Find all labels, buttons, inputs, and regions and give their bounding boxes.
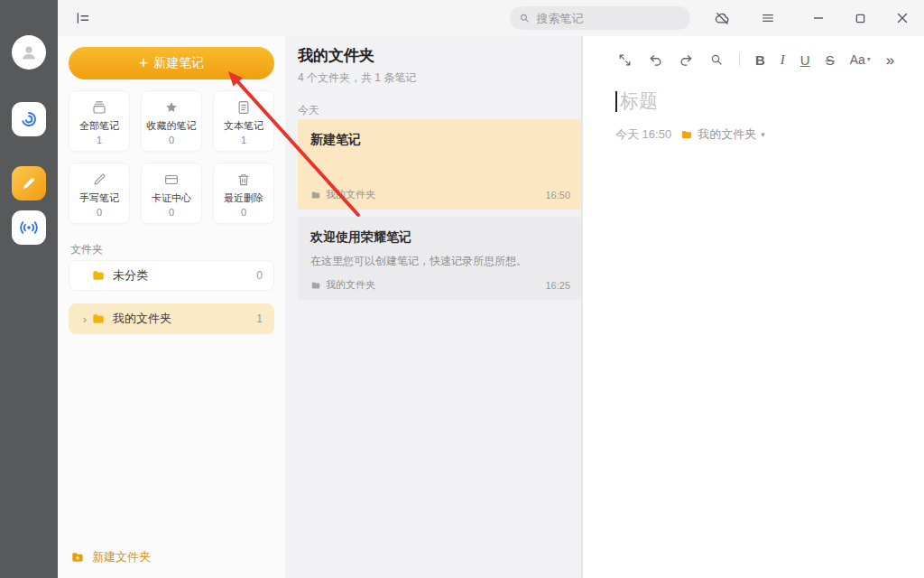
note-folder-badge: 我的文件夹	[310, 188, 375, 201]
folder-label: 未分类	[113, 267, 256, 284]
category-label: 文本笔记	[224, 119, 263, 133]
card-center-icon	[163, 171, 180, 189]
italic-button[interactable]: I	[781, 53, 785, 67]
note-list-panel: 我的文件夹 4 个文件夹，共 1 条笔记 今天 新建笔记 我的文件夹 16:50…	[285, 36, 582, 578]
trash-icon	[236, 171, 252, 189]
note-card[interactable]: 欢迎使用荣耀笔记 在这里您可以创建笔记，快速记录所思所想。 我的文件夹 16:2…	[298, 217, 581, 300]
strikethrough-button[interactable]: S	[826, 53, 835, 67]
chevron-right-icon[interactable]: ›	[79, 312, 91, 326]
broadcast-icon	[18, 217, 40, 238]
undo-button[interactable]	[648, 52, 663, 68]
text-caret	[615, 91, 617, 112]
note-meta-time: 今天 16:50	[615, 126, 671, 143]
minimize-icon	[813, 13, 824, 23]
note-title: 欢迎使用荣耀笔记	[310, 229, 568, 246]
toolbar-divider	[739, 53, 740, 66]
note-list-title: 我的文件夹	[298, 45, 374, 66]
find-in-note-button[interactable]	[709, 52, 724, 67]
pencil-icon	[18, 172, 40, 194]
new-folder-button[interactable]: 新建文件夹	[70, 549, 151, 565]
minimize-button[interactable]	[806, 5, 831, 31]
collapse-sidebar-icon	[75, 10, 91, 26]
app-dock	[0, 0, 58, 578]
new-note-button[interactable]: + 新建笔记	[69, 47, 274, 79]
category-label: 最近删除	[224, 191, 263, 205]
title-placeholder: 标题	[620, 89, 658, 114]
plus-icon: +	[139, 55, 149, 71]
more-tools-button[interactable]: »	[886, 52, 894, 68]
category-handwriting[interactable]: 手写笔记 0	[69, 163, 130, 224]
dock-item-connect[interactable]	[12, 210, 46, 245]
main-menu-button[interactable]	[755, 5, 781, 31]
maximize-icon	[855, 14, 865, 23]
magic-ring-icon	[18, 108, 40, 130]
person-icon	[18, 42, 40, 63]
note-folder-dropdown[interactable]: 我的文件夹 ▾	[680, 126, 765, 143]
chevron-down-icon: ▾	[761, 130, 765, 139]
folder-icon	[91, 268, 106, 283]
category-count: 0	[97, 207, 102, 218]
category-text-notes[interactable]: 文本笔记 1	[213, 90, 274, 152]
underline-button[interactable]: U	[800, 53, 810, 67]
category-count: 1	[241, 135, 246, 145]
all-notes-icon	[91, 98, 107, 117]
folder-item-my-folder[interactable]: › 我的文件夹 1	[69, 303, 274, 334]
hamburger-menu-icon	[761, 11, 775, 25]
folder-count: 1	[256, 312, 263, 325]
category-favorites[interactable]: 收藏的笔记 0	[141, 90, 202, 152]
note-list-subtitle: 4 个文件夹，共 1 条笔记	[298, 70, 416, 86]
expand-icon	[617, 52, 633, 68]
note-folder-dropdown-label: 我的文件夹	[698, 126, 756, 143]
chevron-down-icon: ▾	[867, 56, 871, 63]
collapse-sidebar-button[interactable]	[70, 5, 96, 31]
dock-item-magic-ring[interactable]	[12, 102, 46, 136]
category-card-center[interactable]: 卡证中心 0	[141, 163, 202, 224]
expand-editor-button[interactable]	[617, 52, 633, 68]
note-title: 新建笔记	[310, 132, 568, 148]
category-all-notes[interactable]: 全部笔记 1	[69, 90, 130, 152]
note-folder-name: 我的文件夹	[326, 278, 375, 292]
folders-section-label: 文件夹	[70, 242, 103, 257]
folder-label: 我的文件夹	[113, 311, 256, 327]
handwriting-pen-icon	[91, 171, 107, 189]
font-style-label: Aa	[850, 53, 865, 66]
bold-button[interactable]: B	[755, 53, 765, 67]
new-folder-label: 新建文件夹	[92, 549, 151, 565]
user-avatar[interactable]	[12, 35, 46, 70]
cloud-sync-off-button[interactable]	[709, 5, 735, 31]
folder-icon	[680, 128, 693, 141]
redo-button[interactable]	[679, 52, 694, 68]
star-icon	[163, 98, 180, 117]
new-note-label: 新建笔记	[153, 55, 204, 71]
note-folder-name: 我的文件夹	[326, 188, 375, 201]
category-count: 0	[169, 135, 174, 145]
category-label: 全部笔记	[79, 119, 119, 133]
search-icon	[519, 12, 530, 24]
category-label: 手写笔记	[79, 191, 119, 205]
note-time: 16:25	[545, 280, 570, 291]
editor-panel: B I U S Aa ▾ » 标题 今天 16:50 我的文件夹 ▾	[582, 36, 924, 578]
note-preview: 在这里您可以创建笔记，快速记录所思所想。	[310, 253, 568, 269]
close-icon	[897, 13, 908, 23]
note-footer: 我的文件夹 16:25	[310, 278, 570, 292]
note-folder-badge: 我的文件夹	[310, 278, 375, 292]
folder-item-uncategorized[interactable]: 未分类 0	[69, 260, 274, 291]
maximize-button[interactable]	[847, 5, 873, 31]
note-time: 16:50	[545, 190, 570, 200]
search-input[interactable]	[536, 12, 681, 25]
category-count: 1	[97, 135, 102, 145]
editor-toolbar: B I U S Aa ▾ »	[583, 47, 894, 72]
category-count: 0	[169, 207, 174, 218]
redo-icon	[679, 52, 694, 68]
new-folder-icon	[70, 550, 85, 564]
note-card-selected[interactable]: 新建笔记 我的文件夹 16:50	[298, 119, 581, 210]
search-bar[interactable]	[510, 6, 690, 30]
folder-icon	[310, 190, 321, 200]
note-title-input[interactable]: 标题	[615, 89, 658, 114]
category-recently-deleted[interactable]: 最近删除 0	[213, 163, 274, 224]
dock-item-notes-active[interactable]	[12, 166, 46, 200]
folder-count: 0	[256, 269, 263, 282]
close-button[interactable]	[890, 5, 915, 31]
font-style-button[interactable]: Aa ▾	[850, 53, 871, 66]
undo-icon	[648, 52, 663, 68]
